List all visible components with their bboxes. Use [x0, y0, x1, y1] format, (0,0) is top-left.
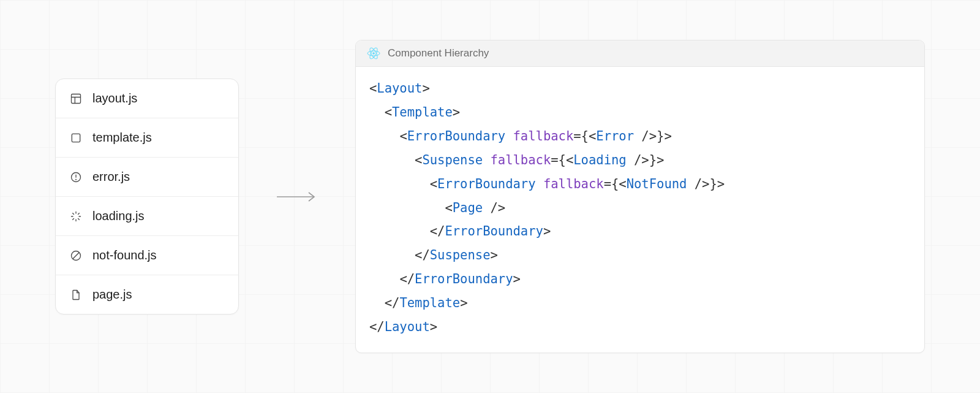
svg-line-11: [73, 213, 74, 214]
svg-rect-0: [72, 94, 81, 103]
file-item-layout: layout.js: [56, 79, 238, 118]
file-item-error: error.js: [56, 158, 238, 197]
file-label: loading.js: [92, 209, 145, 223]
file-list-panel: layout.js template.js error.js: [55, 78, 239, 315]
svg-line-14: [78, 213, 80, 214]
layout-icon: [69, 92, 83, 105]
file-item-loading: loading.js: [56, 197, 238, 236]
code-body: <Layout> <Template> <ErrorBoundary fallb…: [356, 67, 924, 353]
page-icon: [69, 288, 83, 302]
code-panel-title: Component Hierarchy: [388, 47, 489, 59]
file-item-page: page.js: [56, 275, 238, 314]
file-label: template.js: [92, 131, 152, 145]
svg-line-12: [78, 218, 80, 219]
react-icon: [367, 47, 380, 60]
svg-point-6: [76, 179, 77, 180]
svg-rect-3: [72, 134, 80, 142]
arrow-right-icon: [276, 189, 318, 204]
svg-line-16: [73, 253, 79, 259]
file-label: error.js: [92, 170, 130, 184]
file-label: layout.js: [92, 91, 137, 105]
error-icon: [69, 170, 83, 184]
notfound-icon: [69, 249, 83, 262]
file-label: not-found.js: [92, 248, 157, 262]
diagram-canvas: layout.js template.js error.js: [55, 40, 925, 353]
loading-icon: [69, 210, 83, 223]
file-item-template: template.js: [56, 118, 238, 158]
code-panel-header: Component Hierarchy: [356, 40, 924, 67]
file-item-not-found: not-found.js: [56, 236, 238, 275]
component-hierarchy-panel: Component Hierarchy <Layout> <Template> …: [355, 40, 925, 353]
svg-point-18: [372, 52, 375, 55]
template-icon: [69, 131, 83, 145]
file-label: page.js: [92, 288, 132, 302]
svg-line-13: [73, 218, 74, 219]
